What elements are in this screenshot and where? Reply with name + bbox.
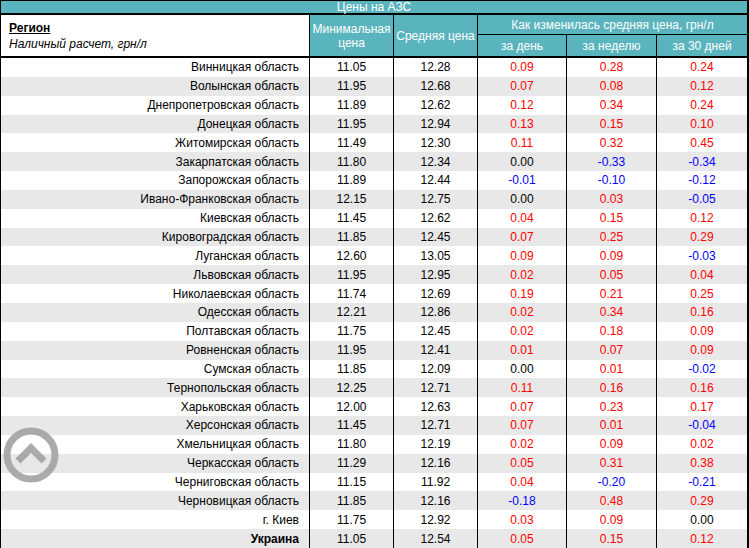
table-row: Луганская область 12.60 13.05 0.09 0.09 … [1,246,747,265]
change-week-cell: 0.23 [567,397,657,416]
min-price-cell: 11.95 [310,115,394,134]
table-row: Полтавская область 11.75 12.45 0.02 0.18… [1,322,747,341]
avg-price-cell: 12.68 [394,77,478,96]
change-day-cell: 0.19 [478,284,567,303]
change-30days-cell: 0.00 [657,510,747,529]
table-row: Ивано-Франковская область 12.15 12.75 0.… [1,190,747,209]
min-price-cell: 11.95 [310,265,394,284]
change-30days-cell: 0.25 [657,284,747,303]
change-week-cell: 0.07 [567,341,657,360]
table-body: Винницкая область 11.05 12.28 0.09 0.28 … [1,58,747,548]
table-row: Запорожская область 11.89 12.44 -0.01 -0… [1,171,747,190]
region-name-cell: Ивано-Франковская область [1,190,310,209]
table-row: Черкасская область 11.29 12.16 0.05 0.31… [1,454,747,473]
avg-price-cell: 12.16 [394,454,478,473]
region-name-cell: Полтавская область [1,322,310,341]
change-week-cell: 0.09 [567,435,657,454]
change-week-cell: 0.01 [567,360,657,379]
change-week-cell: 0.18 [567,322,657,341]
change-week-cell: 0.48 [567,491,657,510]
min-price-cell: 11.05 [310,58,394,77]
change-day-cell: 0.07 [478,397,567,416]
min-price-cell: 11.80 [310,435,394,454]
change-week-cell: 0.32 [567,133,657,152]
change-day-cell: 0.07 [478,228,567,247]
change-week-cell: 0.05 [567,265,657,284]
table-row: Донецкая область 11.95 12.94 0.13 0.15 0… [1,115,747,134]
change-week-cell: -0.33 [567,152,657,171]
change-week-cell: 0.28 [567,58,657,77]
avg-price-cell: 12.30 [394,133,478,152]
table-row: Черновицкая область 11.85 12.16 -0.18 0.… [1,491,747,510]
region-name-cell: Ровненская область [1,341,310,360]
change-30days-cell: 0.16 [657,303,747,322]
min-price-cell: 11.89 [310,96,394,115]
change-30days-cell: -0.05 [657,190,747,209]
change-30days-cell: 0.16 [657,378,747,397]
table-row: Закарпатская область 11.80 12.34 0.00 -0… [1,152,747,171]
change-30days-cell: 0.12 [657,529,747,548]
change-day-cell: 0.00 [478,190,567,209]
table-row: г. Киев 11.75 12.92 0.03 0.09 0.00 [1,510,747,529]
table-row: Львовская область 11.95 12.95 0.02 0.05 … [1,265,747,284]
region-name-cell: Сумская область [1,360,310,379]
change-week-header: за неделю [567,35,657,56]
change-week-cell: 0.31 [567,454,657,473]
change-day-cell: 0.12 [478,96,567,115]
table-row: Николаевская область 11.74 12.69 0.19 0.… [1,284,747,303]
change-day-cell: 0.02 [478,322,567,341]
min-price-cell: 11.74 [310,284,394,303]
change-day-cell: 0.00 [478,152,567,171]
min-price-cell: 11.29 [310,454,394,473]
min-price-cell: 11.80 [310,152,394,171]
change-day-cell: 0.13 [478,115,567,134]
region-name-cell: г. Киев [1,510,310,529]
avg-price-cell: 12.71 [394,416,478,435]
change-week-cell: 0.25 [567,228,657,247]
price-change-group-label: Как изменилась средняя цена, грн/л [478,15,747,35]
table-row: Херсонская область 11.45 12.71 0.07 0.01… [1,416,747,435]
change-30days-cell: 0.02 [657,435,747,454]
table-row: Киевская область 11.45 12.62 0.04 0.15 0… [1,209,747,228]
scroll-to-top-button[interactable] [3,427,59,483]
change-day-header: за день [478,35,567,56]
min-price-cell: 11.95 [310,341,394,360]
change-30days-cell: 0.10 [657,115,747,134]
table-row: Сумская область 11.85 12.09 0.00 0.01 -0… [1,360,747,379]
min-price-cell: 12.25 [310,378,394,397]
table-row: Волынская область 11.95 12.68 0.07 0.08 … [1,77,747,96]
region-name-cell: Донецкая область [1,115,310,134]
table-row: Хмельницкая область 11.80 12.19 0.02 0.0… [1,435,747,454]
change-30days-cell: 0.45 [657,133,747,152]
region-name-cell: Тернопольская область [1,378,310,397]
change-30days-cell: -0.12 [657,171,747,190]
change-30days-cell: 0.29 [657,491,747,510]
min-price-cell: 11.75 [310,322,394,341]
table-title: Цены на АЗС [1,0,747,15]
change-30days-cell: 0.09 [657,322,747,341]
table-row: Одесская область 12.21 12.86 0.02 0.34 0… [1,303,747,322]
change-30days-cell: 0.29 [657,228,747,247]
region-name-cell: Винницкая область [1,58,310,77]
min-price-cell: 11.85 [310,228,394,247]
change-day-cell: -0.18 [478,491,567,510]
change-30days-cell: 0.38 [657,454,747,473]
min-price-cell: 11.45 [310,416,394,435]
price-change-subheaders: за день за неделю за 30 дней [478,35,747,56]
min-price-cell: 11.95 [310,77,394,96]
avg-price-cell: 12.92 [394,510,478,529]
fuel-prices-page: Цены на АЗС Регион Наличный расчет, грн/… [0,0,749,548]
change-30days-cell: -0.21 [657,473,747,492]
change-day-cell: 0.02 [478,303,567,322]
chevron-up-circle-icon [7,431,55,479]
avg-price-cell: 12.75 [394,190,478,209]
table-row: Кировоградская область 11.85 12.45 0.07 … [1,228,747,247]
avg-price-cell: 11.92 [394,473,478,492]
region-name-cell: Киевская область [1,209,310,228]
table-row: Харьковская область 12.00 12.63 0.07 0.2… [1,397,747,416]
avg-price-cell: 12.54 [394,529,478,548]
change-day-cell: 0.02 [478,265,567,284]
avg-price-cell: 12.45 [394,322,478,341]
region-name-cell: Львовская область [1,265,310,284]
fuel-prices-table: Цены на АЗС Регион Наличный расчет, грн/… [0,0,749,548]
